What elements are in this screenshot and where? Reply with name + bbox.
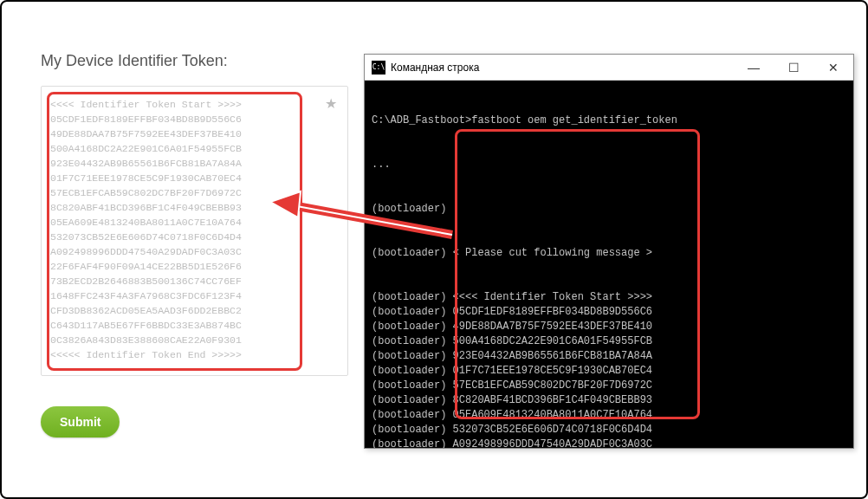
cmd-token-line: (bootloader) 500A4168DC2A22E901C6A01F549… [372,334,846,349]
form-heading: My Device Identifier Token: [41,52,370,70]
required-star-icon: ★ [325,95,337,112]
page-container: My Device Identifier Token: ★ Submit C:\… [0,0,868,499]
maximize-button[interactable]: ☐ [774,55,813,80]
cmd-icon: C:\ [372,61,385,75]
cmd-titlebar[interactable]: C:\ Командная строка — ☐ ✕ [365,55,853,81]
close-button[interactable]: ✕ [813,55,853,80]
cmd-token-line: (bootloader) 923E04432AB9B65561B6FCB81BA… [372,349,846,364]
window-controls: — ☐ ✕ [734,55,853,80]
cmd-token-line: (bootloader) 8C820ABF41BCD396BF1C4F049CB… [372,393,846,408]
token-textarea-container: ★ [41,86,348,376]
cmd-token-line: (bootloader) 01F7C71EEE1978CE5C9F1930CAB… [372,364,846,379]
web-form-panel: My Device Identifier Token: ★ Submit [41,52,370,437]
submit-button[interactable]: Submit [41,406,120,437]
cmd-token-line: (bootloader) 05EA609E4813240BA8011A0C7E1… [372,408,846,423]
cmd-token-line: (bootloader) A092498996DDD47540A29DADF0C… [372,437,846,448]
cmd-output-body[interactable]: C:\ADB_Fastboot>fastboot oem get_identif… [365,81,853,448]
cmd-token-lines: (bootloader) <<<< Identifier Token Start… [372,290,846,448]
cmd-token-line: (bootloader) 49DE88DAA7B75F7592EE43DEF37… [372,320,846,334]
cmd-token-line: (bootloader) 57ECB1EFCAB59C802DC7BF20F7D… [372,379,846,393]
token-textarea[interactable] [42,87,347,375]
cmd-line-cut-message: (bootloader) < Please cut following mess… [372,246,846,261]
cmd-token-line: (bootloader) 532073CB52E6E606D74C0718F0C… [372,423,846,437]
cmd-line-bootloader-empty: (bootloader) [372,202,846,217]
cmd-token-line: (bootloader) <<<< Identifier Token Start… [372,290,846,305]
cmd-line-dots: ... [372,158,846,172]
cmd-title-text: Командная строка [391,62,734,74]
cmd-token-line: (bootloader) 05CDF1EDF8189EFFBF034BD8B9D… [372,305,846,320]
cmd-line-prompt: C:\ADB_Fastboot>fastboot oem get_identif… [372,113,846,128]
minimize-button[interactable]: — [734,55,774,80]
command-prompt-window: C:\ Командная строка — ☐ ✕ C:\ADB_Fastbo… [364,54,854,449]
